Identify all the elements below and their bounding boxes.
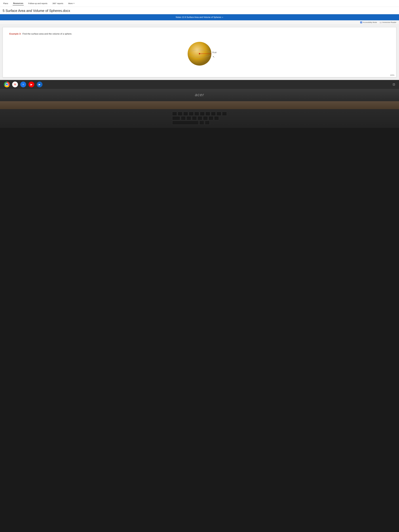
zoom-indicator: 100% [390,74,394,76]
key-1 [172,112,177,116]
keyboard-row-1 [172,112,227,116]
key-t [203,116,208,120]
play-taskbar-icon[interactable]: ▶ [37,82,43,87]
nav-360reports[interactable]: 360° reports [52,1,64,5]
doc-content: Example 3: Find the surface area and the… [0,25,399,80]
gmail-label: M [14,83,16,86]
docs-taskbar-icon[interactable]: ≡ [20,82,26,87]
doc-title[interactable]: Notes 12.6 Surface Area and Volume of Sp… [176,16,223,19]
nav-more[interactable]: More [68,1,75,5]
immersive-reader-label: Immersive Reader [382,21,396,23]
youtube-label: ▶ [31,83,32,86]
sphere-diagram: 9 cm ↖ [9,39,390,69]
key-8 [211,112,216,116]
nav-resources[interactable]: Resources [13,1,24,5]
doc-page: Example 3: Find the surface area and the… [3,27,396,77]
keyboard-row-2 [172,116,227,120]
accessibility-icon: ♿ [360,21,362,23]
laptop-brand: acer [195,92,204,97]
doc-header: Notes 12.6 Surface Area and Volume of Sp… [0,14,399,20]
key-10 [222,112,227,116]
key-3 [183,112,188,116]
docs-label: ≡ [23,83,24,86]
example-text-line: Example 3: Find the surface area and the… [9,33,390,35]
key-7 [205,112,210,116]
key-2 [178,112,183,116]
key-r [197,116,202,120]
page-title-bar: 5 Surface Area and Volume of Spheres.doc… [0,7,399,14]
doc-title-chevron-icon: ∨ [222,16,223,18]
key-b1 [199,121,204,125]
nav-followup[interactable]: Follow-up and reports [28,1,48,5]
nav-plans[interactable]: Plans [3,1,9,5]
nav-bar: Plans Resources Follow-up and reports 36… [0,0,399,7]
cursor-icon: ↖ [213,56,215,58]
example-label: Example 3: [9,33,21,35]
key-y [209,116,213,120]
radius-label-text: 9 cm [212,51,217,54]
key-q [181,116,186,120]
immersive-reader-button[interactable]: 📖 Immersive Reader [380,21,396,23]
key-u [214,116,219,120]
screen-settings-icon[interactable]: ⊡ [393,83,395,86]
key-tab [172,116,180,120]
laptop-surface [0,101,399,109]
accessibility-mode-button[interactable]: ♿ Accessibility Mode [360,21,377,23]
key-9 [216,112,221,116]
key-5 [194,112,199,116]
sphere-svg-wrapper: 9 cm ↖ [182,39,217,69]
immersive-reader-icon: 📖 [380,21,382,23]
taskbar-right: ⊡ [393,83,395,86]
key-w [186,116,191,120]
laptop-body: acer [0,89,399,101]
key-space [172,121,199,125]
example-description: Find the surface area and the volume of … [22,33,72,35]
keyboard-area [0,109,399,128]
accessibility-mode-label: Accessibility Mode [363,21,377,23]
page-title: 5 Surface Area and Volume of Spheres.doc… [3,9,396,13]
key-4 [189,112,194,116]
play-label: ▶ [39,83,40,86]
key-e [192,116,197,120]
key-b2 [205,121,210,125]
chrome-taskbar-icon[interactable] [4,82,10,87]
keyboard-row-3 [172,121,227,125]
center-dot [199,53,200,54]
sphere-svg: 9 cm ↖ [182,39,217,68]
doc-title-text: Notes 12.6 Surface Area and Volume of Sp… [176,16,221,19]
gmail-taskbar-icon[interactable]: M [12,82,18,87]
youtube-taskbar-icon[interactable]: ▶ [29,82,34,87]
taskbar: M ≡ ▶ ▶ ⊡ [0,80,399,89]
key-6 [200,112,205,116]
doc-toolbar: ♿ Accessibility Mode 📖 Immersive Reader [0,20,399,25]
